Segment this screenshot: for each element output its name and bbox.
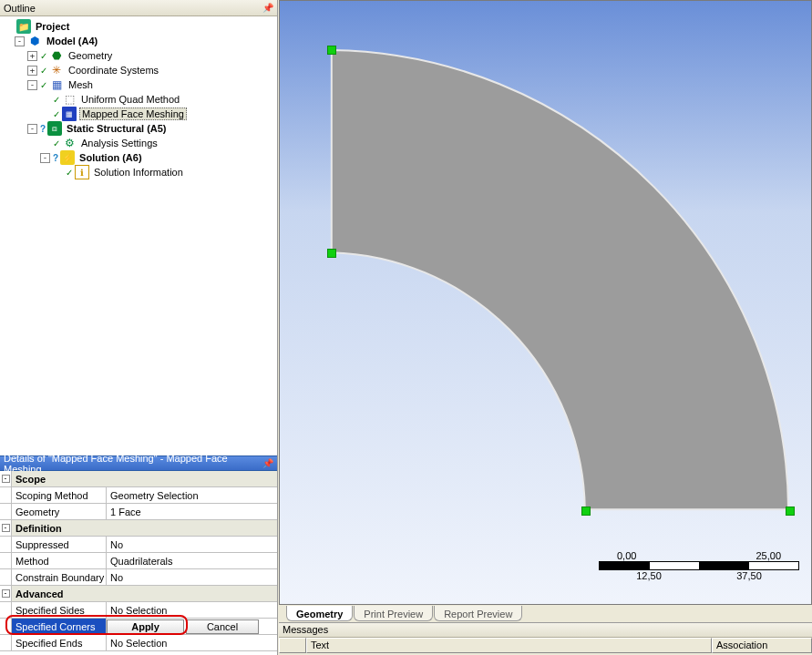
toggle-mesh[interactable]: - — [27, 80, 37, 90]
row-scoping-method[interactable]: Scoping Method Geometry Selection — [0, 487, 277, 504]
check-icon — [66, 167, 75, 178]
ruler-tick: 25,00 — [755, 550, 781, 561]
tab-print-preview[interactable]: Print Preview — [354, 606, 433, 621]
question-icon — [53, 152, 60, 163]
details-grid: - Scope Scoping Method Geometry Selectio… — [0, 471, 277, 655]
method-icon: ⬚ — [62, 92, 77, 107]
tab-geometry[interactable]: Geometry — [286, 606, 353, 621]
tree-solinfo[interactable]: ℹ Solution Information — [2, 165, 275, 179]
pin-icon[interactable]: 📌 — [262, 3, 273, 13]
tree-geometry[interactable]: + ⬣ Geometry — [2, 48, 275, 63]
row-geometry[interactable]: Geometry 1 Face — [0, 504, 277, 520]
solution-icon: ⚡ — [60, 150, 75, 165]
outline-tree: 📁 Project - ⬢ Model (A4) + ⬣ Geometry + … — [0, 16, 277, 454]
prop-name: Method — [12, 553, 107, 568]
tree-uniform-quad-label: Uniform Quad Method — [79, 94, 181, 105]
tree-model-label: Model (A4) — [45, 36, 99, 46]
vertex-handle[interactable] — [327, 249, 336, 258]
vertex-handle[interactable] — [327, 46, 336, 55]
ruler-tick: 12,50 — [636, 570, 662, 581]
tree-mesh[interactable]: - ▦ Mesh — [2, 77, 275, 92]
messages-col-text[interactable]: Text — [306, 638, 712, 653]
viewport-tabs: Geometry Print Preview Report Preview — [279, 606, 812, 623]
check-icon — [40, 65, 49, 76]
check-icon — [53, 138, 62, 148]
messages-col-icon[interactable] — [279, 638, 306, 653]
collapse-icon[interactable]: - — [2, 589, 10, 598]
outline-header: Outline 📌 — [0, 0, 277, 16]
prop-value[interactable]: Quadrilaterals — [107, 553, 277, 568]
ruler-bar — [599, 561, 799, 570]
row-constrain-boundary[interactable]: Constrain Boundary No — [0, 569, 277, 586]
tab-report-preview[interactable]: Report Preview — [434, 606, 522, 621]
section-scope-label: Scope — [12, 471, 277, 486]
cancel-button[interactable]: Cancel — [186, 619, 259, 634]
section-scope[interactable]: - Scope — [0, 471, 277, 487]
mapped-icon: ▦ — [62, 107, 77, 121]
vertex-handle[interactable] — [786, 507, 795, 516]
toggle-static[interactable]: - — [27, 124, 37, 134]
prop-name: Geometry — [12, 504, 107, 519]
prop-value[interactable]: No — [107, 569, 277, 585]
ruler-tick: 0,00 — [617, 550, 636, 561]
analysis-icon: ⚙ — [62, 136, 77, 150]
project-icon: 📁 — [16, 19, 31, 34]
geometry-body — [280, 1, 811, 604]
tree-solution[interactable]: - ⚡ Solution (A6) — [2, 150, 275, 165]
tree-project[interactable]: 📁 Project — [2, 19, 275, 34]
tree-coord[interactable]: + ✳ Coordinate Systems — [2, 63, 275, 77]
toggle-coord[interactable]: + — [27, 66, 37, 76]
geometry-icon: ⬣ — [49, 48, 64, 63]
prop-name: Scoping Method — [12, 487, 107, 503]
tree-model[interactable]: - ⬢ Model (A4) — [2, 34, 275, 48]
row-specified-ends[interactable]: Specified Ends No Selection — [0, 635, 277, 651]
messages-columns: Text Association — [279, 638, 812, 653]
prop-value[interactable]: 1 Face — [107, 504, 277, 519]
messages-col-assoc[interactable]: Association — [712, 638, 812, 653]
apply-button[interactable]: Apply — [107, 619, 184, 634]
messages-panel: Messages Text Association — [279, 623, 812, 655]
tree-static[interactable]: - ⧈ Static Structural (A5) — [2, 121, 275, 136]
section-definition[interactable]: - Definition — [0, 520, 277, 537]
tree-static-label: Static Structural (A5) — [65, 123, 168, 134]
prop-value[interactable]: No Selection — [107, 635, 277, 650]
outline-pane: Outline 📌 📁 Project - ⬢ Model (A4) + ⬣ G… — [0, 0, 278, 655]
graphics-viewport[interactable]: 0,00 25,00 12,50 37,50 — [279, 0, 812, 605]
tree-mapped-face[interactable]: ▦ Mapped Face Meshing — [2, 107, 275, 121]
prop-value[interactable]: No — [107, 537, 277, 552]
toggle-geometry[interactable]: + — [27, 51, 37, 61]
collapse-icon[interactable]: - — [2, 524, 10, 532]
row-method[interactable]: Method Quadrilaterals — [0, 553, 277, 569]
row-specified-sides[interactable]: Specified Sides No Selection — [0, 602, 277, 619]
prop-name: Specified Corners — [12, 619, 107, 634]
prop-name: Suppressed — [12, 537, 107, 552]
row-specified-corners[interactable]: Specified Corners Apply Cancel — [0, 619, 277, 635]
scale-ruler: 0,00 25,00 12,50 37,50 — [599, 550, 799, 581]
tree-solution-label: Solution (A6) — [77, 152, 143, 163]
section-advanced[interactable]: - Advanced — [0, 586, 277, 602]
quarter-ring-face[interactable] — [332, 50, 788, 509]
prop-value[interactable]: No Selection — [107, 602, 277, 618]
check-icon — [53, 108, 62, 119]
ruler-tick: 37,50 — [736, 570, 762, 581]
tree-project-label: Project — [34, 21, 71, 32]
check-icon — [53, 94, 62, 105]
check-icon — [40, 79, 49, 90]
prop-value-apply: Apply Cancel — [107, 619, 277, 634]
section-advanced-label: Advanced — [12, 586, 277, 601]
vertex-handle[interactable] — [581, 507, 591, 516]
tree-coord-label: Coordinate Systems — [67, 65, 160, 76]
prop-value[interactable]: Geometry Selection — [107, 487, 277, 503]
tree-analysis-label: Analysis Settings — [79, 138, 159, 148]
tree-solinfo-label: Solution Information — [92, 167, 185, 178]
prop-name: Constrain Boundary — [12, 569, 107, 585]
pin-icon[interactable]: 📌 — [262, 458, 273, 468]
toggle-solution[interactable]: - — [40, 153, 50, 163]
tree-uniform-quad[interactable]: ⬚ Uniform Quad Method — [2, 92, 275, 107]
row-suppressed[interactable]: Suppressed No — [0, 537, 277, 553]
toggle-model[interactable]: - — [15, 36, 25, 46]
collapse-icon[interactable]: - — [2, 475, 10, 483]
section-definition-label: Definition — [12, 520, 277, 536]
tree-analysis[interactable]: ⚙ Analysis Settings — [2, 136, 275, 150]
question-icon — [40, 123, 47, 134]
